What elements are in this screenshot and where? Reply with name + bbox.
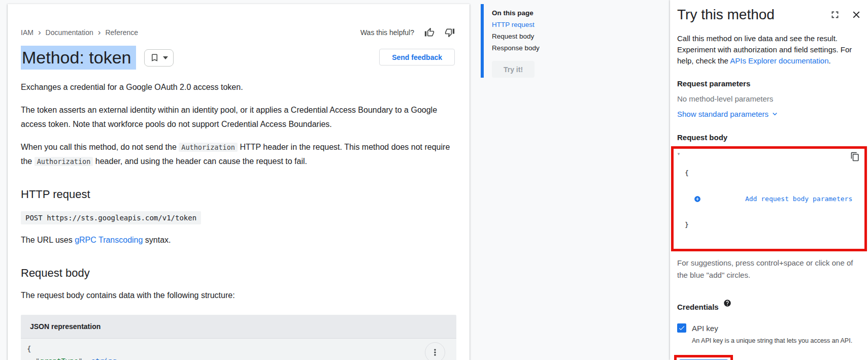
fullscreen-button[interactable] <box>829 9 841 20</box>
breadcrumb-link[interactable]: IAM <box>21 28 34 37</box>
inline-code-authorization: Authorization <box>179 143 238 152</box>
http-request-code: POST https://sts.googleapis.com/v1/token <box>21 211 201 224</box>
more-vert-icon <box>430 347 440 357</box>
page-title: Method: token <box>21 48 136 68</box>
bookmark-caret-icon <box>163 56 168 59</box>
on-this-page-nav: On this page HTTP requestRequest bodyRes… <box>481 4 572 78</box>
title-row: Method: token Send feedback <box>21 48 462 68</box>
breadcrumb-link[interactable]: Reference <box>105 28 138 37</box>
breadcrumb: IAM›Documentation›Reference <box>21 28 138 37</box>
chevron-right-icon: › <box>38 29 41 36</box>
doc-body: Exchanges a credential for a Google OAut… <box>21 80 462 360</box>
request-body-label: Request body <box>677 133 862 142</box>
api-key-row: API key <box>677 323 862 333</box>
close-icon <box>851 9 862 20</box>
suggestion-text: For suggestions, press control+space or … <box>677 257 859 281</box>
try-panel-header: Try this method <box>677 7 862 23</box>
request-parameters-label: Request parameters <box>677 79 862 88</box>
json-code: { "grantType": string, "audience": strin… <box>27 343 447 360</box>
on-this-page-title: On this page <box>492 7 572 19</box>
grpc-line: The URL uses gRPC Transcoding syntax. <box>21 233 450 247</box>
try-it-button[interactable]: Try it! <box>492 61 535 78</box>
breadcrumb-link[interactable]: Documentation <box>46 28 93 37</box>
toc-link[interactable]: Request body <box>492 30 572 42</box>
fold-triangle-icon: ▾ <box>678 151 680 156</box>
http-request-heading: HTTP request <box>21 188 462 201</box>
try-panel-intro: Call this method on live data and see th… <box>677 33 857 67</box>
send-feedback-button[interactable]: Send feedback <box>379 49 455 66</box>
execute-annotation-box: Execute <box>674 355 733 360</box>
chevron-right-icon: › <box>98 29 101 36</box>
try-panel-title: Try this method <box>677 7 819 23</box>
close-panel-button[interactable] <box>851 9 862 20</box>
editor-open-brace: { <box>685 169 852 177</box>
add-circle-icon <box>694 178 742 220</box>
content-copy-icon <box>850 152 860 161</box>
show-standard-parameters-link[interactable]: Show standard parameters <box>677 110 862 118</box>
grpc-transcoding-link[interactable]: gRPC Transcoding <box>75 236 143 244</box>
no-params-text: No method-level parameters <box>677 94 862 103</box>
code-line: "grantType": string, <box>27 355 447 360</box>
thumb-up-icon[interactable] <box>424 27 435 38</box>
thumb-down-icon[interactable] <box>445 27 455 38</box>
editor-close-brace: } <box>685 220 852 229</box>
doc-paragraph: The token asserts an external identity w… <box>21 103 450 132</box>
bookmark-icon <box>150 53 159 62</box>
credentials-row: Credentials <box>677 303 862 311</box>
helpful-widget: Was this helpful? <box>360 27 455 38</box>
api-key-checkbox[interactable] <box>677 323 686 333</box>
bookmark-button[interactable] <box>144 49 174 67</box>
doc-paragraph: Exchanges a credential for a Google OAut… <box>21 80 450 94</box>
fullscreen-icon <box>829 9 841 20</box>
request-body-editor[interactable]: ▾ { Add request body parameters } <box>674 149 864 249</box>
on-this-page-links: HTTP requestRequest bodyResponse body <box>492 19 572 54</box>
api-key-description: An API key is a unique string that lets … <box>692 337 862 344</box>
code-fold-gutter[interactable]: ▾ <box>674 149 684 249</box>
help-icon[interactable] <box>723 299 731 307</box>
toc-link[interactable]: HTTP request <box>492 19 572 30</box>
request-body-annotation-box: ▾ { Add request body parameters } <box>671 146 867 251</box>
code-more-options-button[interactable] <box>425 342 445 360</box>
doc-paragraph: When you call this method, do not send t… <box>21 140 450 169</box>
request-body-heading: Request body <box>21 267 462 280</box>
doc-content-card: IAM›Documentation›Reference Was this hel… <box>8 4 470 360</box>
editor-code[interactable]: { Add request body parameters } <box>684 149 852 249</box>
toc-link[interactable]: Response body <box>492 42 572 54</box>
json-representation-table: JSON representation { "grantType": strin… <box>21 315 456 360</box>
credentials-label: Credentials <box>677 303 719 311</box>
request-body-intro: The request body contains data with the … <box>21 288 450 303</box>
apis-explorer-doc-link[interactable]: APIs Explorer documentation <box>730 56 828 65</box>
inline-code-authorization: Authorization <box>35 157 93 166</box>
chevron-down-icon <box>771 110 779 118</box>
meta-row: IAM›Documentation›Reference Was this hel… <box>21 27 462 38</box>
json-representation-header: JSON representation <box>21 315 456 339</box>
api-key-label: API key <box>692 324 718 333</box>
add-request-body-parameters[interactable]: Add request body parameters <box>685 194 852 203</box>
helpful-label: Was this helpful? <box>360 28 414 37</box>
copy-button[interactable] <box>850 152 860 161</box>
code-line: { <box>27 343 447 355</box>
try-this-method-panel: Try this method Call this method on live… <box>670 0 868 360</box>
json-code-block: { "grantType": string, "audience": strin… <box>21 339 456 360</box>
